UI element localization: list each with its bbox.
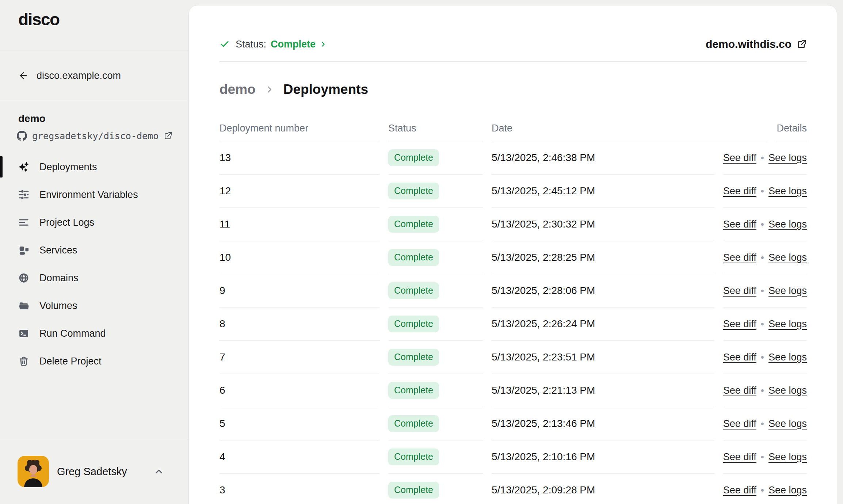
- project-name: demo: [18, 112, 188, 125]
- status-bar: Status: Complete demo.withdis.co: [220, 35, 807, 53]
- status-badge: Complete: [388, 282, 439, 299]
- see-logs-link[interactable]: See logs: [768, 418, 807, 429]
- sidebar-item-label: Run Command: [39, 328, 106, 339]
- see-logs-link[interactable]: See logs: [768, 152, 807, 164]
- user-menu[interactable]: Greg Sadetsky: [18, 456, 164, 487]
- table-row: 11 Complete 5/13/2025, 2:30:32 PM See di…: [220, 208, 807, 241]
- see-diff-link[interactable]: See diff: [723, 485, 756, 496]
- see-diff-link[interactable]: See diff: [723, 252, 756, 263]
- see-diff-link[interactable]: See diff: [723, 186, 756, 197]
- status-badge: Complete: [388, 249, 439, 266]
- deployment-date: 5/13/2025, 2:09:28 PM: [492, 484, 595, 496]
- table-row: 10 Complete 5/13/2025, 2:28:25 PM See di…: [220, 241, 807, 274]
- deployment-date: 5/13/2025, 2:10:16 PM: [492, 451, 595, 463]
- see-logs-link[interactable]: See logs: [768, 318, 807, 330]
- external-link-icon: [797, 39, 807, 49]
- deployment-number: 10: [220, 252, 231, 263]
- sidebar-item-deployments[interactable]: Deployments: [0, 153, 188, 181]
- globe-icon: [18, 272, 29, 283]
- column-header-details: Details: [777, 116, 807, 141]
- repo-link[interactable]: gregsadetsky/disco-demo: [17, 130, 172, 142]
- deployment-date: 5/13/2025, 2:23:51 PM: [492, 351, 595, 363]
- see-diff-link[interactable]: See diff: [723, 285, 756, 297]
- see-diff-link[interactable]: See diff: [723, 385, 756, 396]
- see-logs-link[interactable]: See logs: [768, 485, 807, 496]
- site-link[interactable]: demo.withdis.co: [706, 38, 807, 50]
- see-logs-link[interactable]: See logs: [768, 451, 807, 463]
- status-badge: Complete: [388, 149, 439, 166]
- status-badge: Complete: [388, 316, 439, 332]
- sliders-icon: [18, 189, 29, 200]
- table-row: 4 Complete 5/13/2025, 2:10:16 PM See dif…: [220, 440, 807, 474]
- user-name: Greg Sadetsky: [57, 466, 127, 478]
- breadcrumb-project[interactable]: demo: [220, 82, 256, 97]
- see-logs-link[interactable]: See logs: [768, 252, 807, 263]
- table-row: 8 Complete 5/13/2025, 2:26:24 PM See dif…: [220, 308, 807, 341]
- back-link[interactable]: disco.example.com: [18, 69, 121, 83]
- sidebar-item-label: Domains: [39, 272, 79, 284]
- see-logs-link[interactable]: See logs: [768, 285, 807, 297]
- sidebar-item-domains[interactable]: Domains: [0, 264, 188, 292]
- see-logs-link[interactable]: See logs: [768, 219, 807, 230]
- repo-label: gregsadetsky/disco-demo: [32, 131, 159, 141]
- status-value: Complete: [271, 39, 316, 50]
- deployment-number: 9: [220, 285, 225, 297]
- see-diff-link[interactable]: See diff: [723, 152, 756, 164]
- deployment-number: 7: [220, 351, 225, 363]
- deployment-number: 13: [220, 152, 231, 164]
- deployment-number: 11: [220, 218, 230, 230]
- sidebar-item-volumes[interactable]: Volumes: [0, 292, 188, 320]
- see-diff-link[interactable]: See diff: [723, 318, 756, 330]
- page-title: Deployments: [283, 82, 368, 97]
- sidebar-item-environment-variables[interactable]: Environment Variables: [0, 181, 188, 209]
- dot-separator: •: [761, 418, 764, 429]
- arrow-left-icon: [18, 70, 28, 81]
- sidebar-item-services[interactable]: Services: [0, 236, 188, 264]
- dot-separator: •: [761, 285, 764, 297]
- table-row: 6 Complete 5/13/2025, 2:21:13 PM See dif…: [220, 374, 807, 407]
- deployment-status-link[interactable]: Status: Complete: [220, 39, 327, 50]
- deployment-number: 3: [220, 484, 225, 496]
- deployment-date: 5/13/2025, 2:46:38 PM: [492, 152, 595, 164]
- dot-separator: •: [761, 186, 764, 197]
- sidebar-item-label: Deployments: [39, 161, 97, 173]
- app-logo: disco: [0, 0, 188, 29]
- dot-separator: •: [761, 219, 764, 230]
- table-row: 7 Complete 5/13/2025, 2:23:51 PM See dif…: [220, 341, 807, 374]
- status-badge: Complete: [388, 448, 439, 465]
- see-logs-link[interactable]: See logs: [768, 186, 807, 197]
- divider: [0, 101, 188, 101]
- table-row: 9 Complete 5/13/2025, 2:28:06 PM See dif…: [220, 274, 807, 308]
- status-badge: Complete: [388, 382, 439, 399]
- sidebar: disco disco.example.com demo gregsadetsk…: [0, 0, 188, 504]
- divider: [0, 439, 188, 439]
- see-diff-link[interactable]: See diff: [723, 451, 756, 463]
- sidebar-item-run-command[interactable]: Run Command: [0, 320, 188, 347]
- see-diff-link[interactable]: See diff: [723, 418, 756, 429]
- dot-separator: •: [761, 485, 764, 496]
- sidebar-item-project-logs[interactable]: Project Logs: [0, 209, 188, 236]
- sidebar-item-delete-project[interactable]: Delete Project: [0, 347, 188, 375]
- deployment-date: 5/13/2025, 2:21:13 PM: [492, 385, 595, 396]
- sidebar-item-label: Delete Project: [39, 356, 102, 367]
- log-lines-icon: [18, 217, 29, 228]
- divider: [0, 50, 188, 50]
- deployment-number: 6: [220, 385, 225, 396]
- see-logs-link[interactable]: See logs: [768, 385, 807, 396]
- sparkles-icon: [18, 161, 29, 172]
- see-diff-link[interactable]: See diff: [723, 352, 756, 363]
- status-badge: Complete: [388, 183, 439, 199]
- back-link-label: disco.example.com: [37, 70, 121, 81]
- sidebar-item-label: Environment Variables: [39, 189, 138, 201]
- deployment-number: 12: [220, 185, 231, 197]
- status-badge: Complete: [388, 415, 439, 432]
- sidebar-item-label: Project Logs: [39, 217, 94, 228]
- main-panel: Status: Complete demo.withdis.co demo De…: [188, 5, 837, 504]
- table-row: 13 Complete 5/13/2025, 2:46:38 PM See di…: [220, 141, 807, 175]
- deployment-number: 8: [220, 318, 225, 330]
- status-label: Status:: [236, 39, 266, 50]
- sidebar-item-label: Volumes: [39, 300, 77, 312]
- see-logs-link[interactable]: See logs: [768, 352, 807, 363]
- dot-separator: •: [761, 152, 764, 164]
- see-diff-link[interactable]: See diff: [723, 219, 756, 230]
